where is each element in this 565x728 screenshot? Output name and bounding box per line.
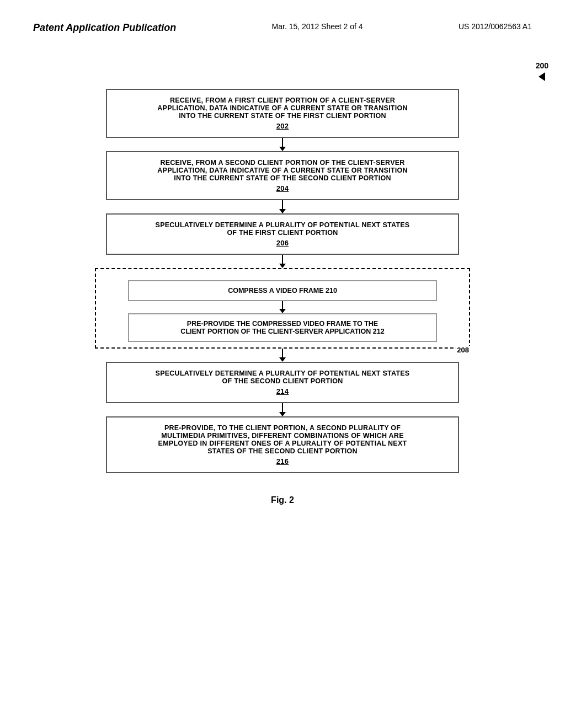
box-216-ref: 216 <box>118 457 447 465</box>
arrow-204-206 <box>279 200 286 213</box>
box-206-text: SPECULATIVELY DETERMINE A PLURALITY OF P… <box>156 221 410 237</box>
box-202-ref: 202 <box>118 122 447 130</box>
box-210-text: COMPRESS A VIDEO FRAME <box>228 287 323 295</box>
ref-200-arrow <box>539 72 545 81</box>
diagram-area: 200 RECEIVE, FROM A FIRST CLIENT PORTION… <box>0 45 565 538</box>
flow-box-212: PRE-PROVIDE THE COMPRESSED VIDEO FRAME T… <box>128 313 437 342</box>
arrow-202-204 <box>279 138 286 151</box>
dashed-box-208-ref: 208 <box>456 346 470 354</box>
box-210-ref: 210 <box>326 287 337 295</box>
box-214-ref: 214 <box>118 387 447 395</box>
arrow-208-214 <box>279 349 286 362</box>
box-204-text: RECEIVE, FROM A SECOND CLIENT PORTION OF… <box>157 159 407 182</box>
arrow-214-216 <box>279 403 286 416</box>
box-214-text: SPECULATIVELY DETERMINE A PLURALITY OF P… <box>156 370 410 385</box>
flow-box-202: RECEIVE, FROM A FIRST CLIENT PORTION OF … <box>106 89 459 138</box>
figure-caption: Fig. 2 <box>271 495 294 505</box>
flow-box-210: COMPRESS A VIDEO FRAME 210 <box>128 280 437 301</box>
box-202-text: RECEIVE, FROM A FIRST CLIENT PORTION OF … <box>157 97 407 120</box>
flow-box-206: SPECULATIVELY DETERMINE A PLURALITY OF P… <box>106 213 459 255</box>
box-212-text: PRE-PROVIDE THE COMPRESSED VIDEO FRAME T… <box>180 320 378 335</box>
arrow-206-208 <box>279 255 286 268</box>
ref-200-label: 200 <box>536 61 548 70</box>
dashed-box-208: COMPRESS A VIDEO FRAME 210 PRE-PROVIDE T… <box>95 268 470 349</box>
arrow-210-212 <box>279 301 286 313</box>
flowchart: RECEIVE, FROM A FIRST CLIENT PORTION OF … <box>89 89 476 473</box>
page-header: Patent Application Publication Mar. 15, … <box>0 0 565 45</box>
flow-box-204: RECEIVE, FROM A SECOND CLIENT PORTION OF… <box>106 151 459 200</box>
flow-box-214: SPECULATIVELY DETERMINE A PLURALITY OF P… <box>106 362 459 403</box>
box-204-ref: 204 <box>118 184 447 192</box>
box-206-ref: 206 <box>118 239 447 247</box>
header-publication-label: Patent Application Publication <box>33 22 176 34</box>
header-date-sheet: Mar. 15, 2012 Sheet 2 of 4 <box>272 22 363 31</box>
flow-box-216: PRE-PROVIDE, TO THE CLIENT PORTION, A SE… <box>106 416 459 473</box>
header-patent-number: US 2012/0062563 A1 <box>459 22 532 31</box>
box-216-text: PRE-PROVIDE, TO THE CLIENT PORTION, A SE… <box>158 424 407 455</box>
box-212-ref: 212 <box>373 328 385 335</box>
